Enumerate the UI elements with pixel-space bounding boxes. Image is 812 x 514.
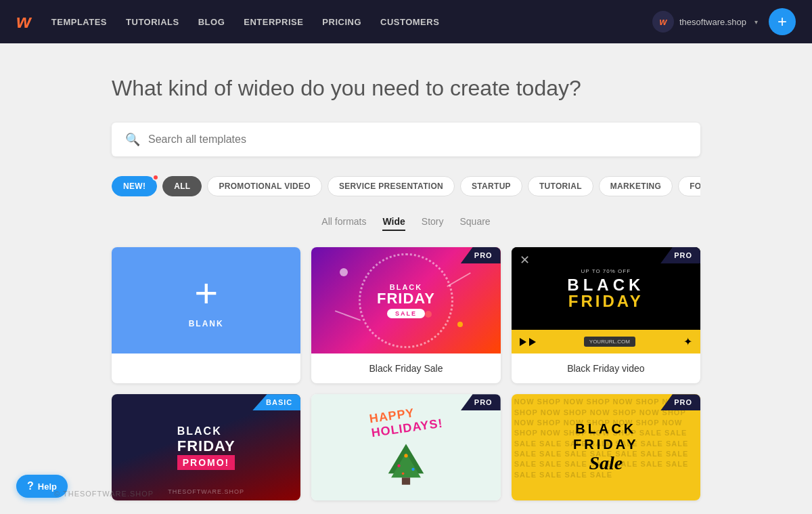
template-bf-promo-thumb: BLACK FRIDAY PROMO! THESOFTWARE.SHOP BAS… [112, 394, 300, 500]
avatar: w [652, 11, 674, 33]
notification-dot [152, 175, 159, 181]
bf-video-thumbnail: ✕ ✕ UP TO 70% OFF BLACK FRIDAY YOURURL.C… [512, 247, 700, 354]
template-bf-video-label: Black Friday video [512, 354, 700, 383]
logo-text: w [16, 11, 30, 32]
pro-badge: PRO [461, 394, 501, 410]
bf-video-black-text: BLACK [567, 277, 644, 293]
basic-badge: BASIC [252, 394, 300, 410]
search-icon: 🔍 [125, 132, 140, 147]
template-bf-sale[interactable]: BLACK FRIDAY SALE PRO Black Friday Sale [311, 247, 500, 383]
avatar-logo: w [660, 16, 667, 27]
nav-customers[interactable]: CUSTOMERS [380, 17, 439, 27]
user-name: thesoftware.shop [679, 17, 746, 27]
template-happy-holidays-thumb: HAPPY HOLIDAYS! PRO [311, 394, 500, 500]
bf-sale2-thumbnail: NOW SHOP NOW SHOP NOW SHOP NOW SHOP NOW … [512, 394, 700, 500]
bf-sale2-inner: BLACK FRIDAY Sale [573, 421, 639, 474]
navbar: w TEMPLATES TUTORIALS BLOG ENTERPRISE PR… [0, 0, 812, 43]
bf-promo-thumbnail: BLACK FRIDAY PROMO! THESOFTWARE.SHOP BAS… [112, 394, 300, 500]
template-bf-sale2[interactable]: NOW SHOP NOW SHOP NOW SHOP NOW SHOP NOW … [512, 394, 700, 500]
bf-video-tag: UP TO 70% OFF [581, 268, 631, 274]
star-icon: ✦ [683, 335, 692, 348]
nav-links: TEMPLATES TUTORIALS BLOG ENTERPRISE PRIC… [51, 17, 652, 27]
nav-templates[interactable]: TEMPLATES [51, 17, 107, 27]
template-bf-sale-thumb: BLACK FRIDAY SALE PRO [311, 247, 500, 354]
svg-point-6 [402, 472, 405, 475]
page-title: What kind of wideo do you need to create… [112, 76, 700, 101]
svg-point-4 [397, 464, 400, 467]
template-grid: + BLANK BLACK FRIDAY [112, 247, 700, 500]
tag-all[interactable]: ALL [162, 176, 202, 196]
tag-marketing[interactable]: MARKETING [599, 176, 673, 196]
main-content: What kind of wideo do you need to create… [0, 43, 812, 514]
tab-story[interactable]: Story [422, 216, 444, 231]
svg-point-5 [411, 467, 414, 470]
help-icon: ? [27, 480, 34, 492]
url-pill: YOURURL.COM [584, 337, 635, 347]
template-bf-video[interactable]: ✕ ✕ UP TO 70% OFF BLACK FRIDAY YOURURL.C… [512, 247, 700, 383]
decorative-dot [457, 322, 463, 327]
bf-promo-friday-text: FRIDAY [177, 437, 235, 455]
svg-rect-2 [402, 477, 410, 485]
cross-icon: ✕ [520, 253, 530, 267]
logo[interactable]: w [16, 11, 30, 33]
play-icon [529, 338, 536, 346]
nav-tutorials[interactable]: TUTORIALS [126, 17, 179, 27]
bf-text-friday: FRIDAY [377, 291, 435, 306]
bf-video-friday-text: FRIDAY [568, 293, 644, 309]
happy-holidays-thumbnail: HAPPY HOLIDAYS! PRO [311, 394, 500, 500]
plus-icon: + [194, 273, 218, 314]
bf-sale2-sale-text: Sale [573, 452, 639, 474]
format-tabs: All formats Wide Story Square [112, 216, 700, 231]
bf-promo-bar: PROMO! [177, 455, 235, 470]
svg-point-3 [404, 454, 407, 457]
template-bf-promo[interactable]: BLACK FRIDAY PROMO! THESOFTWARE.SHOP BAS… [112, 394, 300, 500]
user-account[interactable]: w thesoftware.shop ▾ [652, 11, 758, 33]
play-icons [520, 338, 536, 346]
tag-tutorial[interactable]: TUTORIAL [528, 176, 593, 196]
bf-video-bottom: YOURURL.COM ✦ [512, 330, 700, 354]
bf-sale2-black-text: BLACK [573, 421, 639, 437]
blank-thumbnail: + BLANK [112, 247, 300, 354]
christmas-tree-icon [382, 441, 430, 488]
tab-all-formats[interactable]: All formats [321, 216, 366, 231]
bf-promo-black-text: BLACK [177, 425, 235, 437]
tab-square[interactable]: Square [459, 216, 490, 231]
template-bf-sale-label: Black Friday Sale [311, 354, 500, 383]
tag-new[interactable]: NEW! [112, 176, 157, 196]
happy-text: HAPPY HOLIDAYS! [368, 402, 443, 440]
tag-promotional-video[interactable]: PROMOTIONAL VIDEO [207, 176, 322, 196]
pro-badge: PRO [461, 247, 501, 263]
decorative-dot [340, 268, 348, 276]
filter-tags: NEW! ALL PROMOTIONAL VIDEO SERVICE PRESE… [112, 175, 700, 197]
page-watermark: © THESOFTWARE.SHOP [54, 490, 154, 498]
play-icon [520, 338, 526, 346]
template-blank-thumb: + BLANK [112, 247, 300, 354]
nav-pricing[interactable]: PRICING [322, 17, 361, 27]
bf-sale-inner: BLACK FRIDAY SALE [359, 253, 453, 348]
template-bf-video-thumb: ✕ ✕ UP TO 70% OFF BLACK FRIDAY YOURURL.C… [512, 247, 700, 354]
decorative-line [335, 310, 361, 321]
nav-enterprise[interactable]: ENTERPRISE [244, 17, 303, 27]
navbar-right: w thesoftware.shop ▾ + [652, 8, 796, 35]
nav-blog[interactable]: BLOG [198, 17, 225, 27]
search-bar: 🔍 [112, 123, 700, 156]
bf-sale-thumbnail: BLACK FRIDAY SALE PRO [311, 247, 500, 354]
blank-label: BLANK [189, 319, 224, 328]
tab-wide[interactable]: Wide [382, 216, 405, 231]
tag-startup[interactable]: STARTUP [460, 176, 522, 196]
chevron-down-icon: ▾ [754, 18, 758, 26]
bf-promo-text: PROMO! [183, 457, 230, 468]
template-bf-sale2-thumb: NOW SHOP NOW SHOP NOW SHOP NOW SHOP NOW … [512, 394, 700, 500]
template-blank[interactable]: + BLANK [112, 247, 300, 383]
tag-footage[interactable]: FOOTAGE [678, 176, 700, 196]
search-input[interactable] [148, 133, 687, 146]
tag-service-presentation[interactable]: SERVICE PRESENTATION [328, 176, 455, 196]
add-button[interactable]: + [769, 8, 796, 35]
bf-sale2-friday-text: FRIDAY [573, 437, 639, 452]
template-happy-holidays[interactable]: HAPPY HOLIDAYS! PRO [311, 394, 500, 500]
bf-promo-inner: BLACK FRIDAY PROMO! [177, 425, 235, 470]
bf-sale-pill: SALE [387, 309, 425, 318]
bf-circle: BLACK FRIDAY SALE [359, 253, 453, 348]
